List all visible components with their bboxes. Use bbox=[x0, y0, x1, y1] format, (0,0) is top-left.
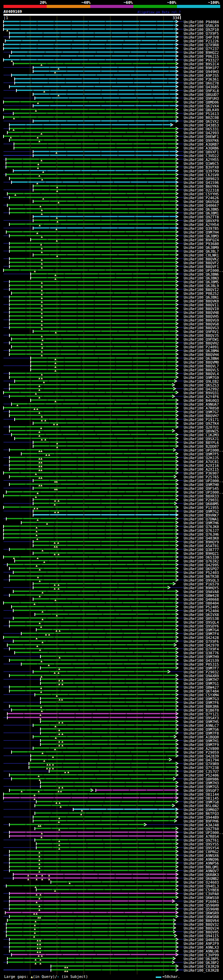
subject-id-label[interactable]: UniRef100_Q09023 bbox=[184, 177, 219, 180]
subject-id-label[interactable]: UniRef100_Q43853 bbox=[184, 123, 219, 127]
subject-id-label[interactable]: UniRef100_A9NQ96 bbox=[184, 858, 219, 861]
alignment-bar[interactable] bbox=[10, 621, 176, 623]
alignment-bar[interactable] bbox=[10, 675, 176, 676]
alignment-bar[interactable] bbox=[10, 319, 176, 321]
subject-id-label[interactable]: UniRef100_Q40668 bbox=[184, 598, 219, 601]
alignment-bar[interactable] bbox=[40, 744, 176, 745]
subject-id-label[interactable]: UniRef100_UPI000.. bbox=[184, 490, 223, 494]
alignment-bar[interactable] bbox=[3, 533, 176, 535]
subject-id-label[interactable]: UniRef100_Q9M7G4 bbox=[184, 628, 219, 632]
subject-id-label[interactable]: UniRef100_Q9ZTT8 bbox=[184, 215, 219, 219]
subject-id-label[interactable]: UniRef100_A9NP56 bbox=[184, 861, 219, 865]
alignment-bar[interactable] bbox=[10, 835, 176, 837]
subject-id-label[interactable]: UniRef100_Q7Y238 bbox=[184, 766, 219, 769]
alignment-bar[interactable] bbox=[35, 839, 176, 841]
subject-id-label[interactable]: UniRef100_B8QVK0 bbox=[184, 299, 219, 303]
subject-id-label[interactable]: UniRef100_P52406 bbox=[184, 773, 219, 777]
subject-id-label[interactable]: UniRef100_B9HQY5 bbox=[184, 586, 219, 590]
alignment-bar[interactable] bbox=[10, 686, 176, 687]
subject-id-label[interactable]: UniRef100_O81144 bbox=[184, 792, 219, 796]
subject-id-label[interactable]: UniRef100_Q941I5 bbox=[184, 934, 219, 938]
subject-id-label[interactable]: UniRef100_Q9M7F6 bbox=[184, 701, 219, 704]
subject-id-label[interactable]: UniRef100_Q6JBN6 bbox=[184, 272, 219, 276]
alignment-bar[interactable] bbox=[6, 935, 174, 936]
alignment-bar[interactable] bbox=[33, 189, 176, 191]
subject-id-label[interactable]: UniRef100_Q9SXJ1 bbox=[184, 437, 219, 441]
alignment-bar[interactable] bbox=[10, 457, 176, 458]
subject-id-label[interactable]: UniRef100_Q6JBM5 bbox=[184, 280, 219, 284]
subject-id-label[interactable]: UniRef100_B8QV05 bbox=[184, 930, 219, 934]
subject-id-label[interactable]: UniRef100_B9VRK7 bbox=[184, 514, 219, 517]
alignment-bar[interactable] bbox=[11, 751, 176, 752]
alignment-bar[interactable] bbox=[33, 120, 176, 122]
alignment-bar[interactable] bbox=[33, 94, 176, 95]
alignment-bar[interactable] bbox=[10, 549, 176, 550]
alignment-bar[interactable] bbox=[3, 602, 176, 603]
alignment-bar[interactable] bbox=[13, 610, 176, 611]
subject-id-label[interactable]: UniRef100_UPI000.. bbox=[184, 269, 223, 272]
subject-id-label[interactable]: UniRef100_Q40838 bbox=[184, 938, 219, 942]
subject-id-label[interactable]: UniRef100_Q596H9 bbox=[184, 904, 219, 907]
alignment-bar[interactable] bbox=[33, 200, 176, 202]
alignment-bar[interactable] bbox=[10, 36, 176, 38]
alignment-bar[interactable] bbox=[10, 353, 176, 355]
subject-id-label[interactable]: UniRef100_Q8GUD7 bbox=[184, 93, 219, 96]
subject-id-label[interactable]: UniRef100_Q39799 bbox=[184, 169, 219, 173]
subject-id-label[interactable]: UniRef100_Q4PJV8 bbox=[184, 35, 219, 39]
subject-id-label[interactable]: UniRef100_P36361 bbox=[184, 78, 219, 81]
subject-id-label[interactable]: UniRef100_Q9LEB2 bbox=[184, 380, 219, 383]
subject-id-label[interactable]: UniRef100_Q688M5 bbox=[184, 502, 219, 506]
alignment-bar[interactable] bbox=[10, 300, 176, 301]
alignment-bar[interactable] bbox=[10, 224, 176, 225]
alignment-bar[interactable] bbox=[7, 564, 176, 565]
subject-id-label[interactable]: UniRef100_B0ZC08 bbox=[184, 116, 219, 119]
subject-id-label[interactable]: UniRef100_B8QVI1 bbox=[184, 303, 219, 307]
alignment-bar[interactable] bbox=[33, 67, 176, 68]
subject-id-label[interactable]: UniRef100_Q1W6C5 bbox=[184, 162, 219, 165]
subject-id-label[interactable]: UniRef100_Q8LK49 bbox=[184, 108, 219, 111]
subject-id-label[interactable]: UniRef100_Q9M6Q7 bbox=[184, 808, 219, 811]
subject-id-label[interactable]: UniRef100_Q9FEW1 bbox=[184, 337, 219, 341]
subject-id-label[interactable]: UniRef100_B8QVI0 bbox=[184, 307, 219, 310]
alignment-bar[interactable] bbox=[10, 774, 176, 776]
subject-id-label[interactable]: UniRef100_A9PJS5 bbox=[184, 74, 219, 77]
alignment-bar[interactable] bbox=[3, 269, 176, 271]
alignment-bar[interactable] bbox=[6, 159, 176, 160]
alignment-bar[interactable] bbox=[10, 411, 176, 412]
alignment-bar[interactable] bbox=[40, 740, 176, 741]
alignment-bar[interactable] bbox=[3, 44, 176, 45]
subject-id-label[interactable]: UniRef100_Q42970 bbox=[184, 643, 219, 647]
subject-id-label[interactable]: UniRef100_Q6QNB2 bbox=[184, 877, 219, 880]
subject-id-label[interactable]: UniRef100_C3VPA0 bbox=[184, 892, 219, 896]
alignment-bar[interactable] bbox=[10, 568, 176, 569]
subject-id-label[interactable]: UniRef100_A9NUA7 bbox=[184, 402, 219, 406]
subject-id-label[interactable]: UniRef100_C5YYH5 bbox=[184, 192, 219, 196]
subject-id-label[interactable]: UniRef100_Q7X9R8 bbox=[184, 43, 219, 46]
subject-id-label[interactable]: UniRef100_Q6WSR9 bbox=[184, 911, 219, 915]
alignment-bar[interactable] bbox=[40, 682, 176, 684]
alignment-bar[interactable] bbox=[10, 648, 176, 649]
alignment-bar[interactable] bbox=[33, 587, 168, 588]
subject-id-label[interactable]: UniRef100_A3QRB7 bbox=[184, 143, 219, 146]
subject-id-label[interactable]: UniRef100_P36907 bbox=[184, 471, 219, 475]
alignment-bar[interactable] bbox=[6, 162, 176, 164]
subject-id-label[interactable]: UniRef100_Q8H986 bbox=[184, 777, 219, 781]
subject-id-label[interactable]: UniRef100_Q9M7G5 bbox=[184, 785, 219, 788]
subject-id-label[interactable]: UniRef100_Q9FRV1 bbox=[184, 330, 219, 333]
subject-id-label[interactable]: UniRef100_B8QVL5 bbox=[184, 368, 219, 372]
subject-id-label[interactable]: UniRef100_A2V800 bbox=[184, 747, 219, 750]
alignment-bar[interactable] bbox=[13, 571, 176, 573]
subject-id-label[interactable]: UniRef100_P52404 bbox=[184, 609, 219, 612]
alignment-bar[interactable] bbox=[35, 828, 176, 829]
subject-id-label[interactable]: UniRef100_P94084 bbox=[184, 20, 219, 24]
alignment-bar[interactable] bbox=[10, 484, 176, 485]
subject-id-label[interactable]: UniRef100_Q8W428 bbox=[184, 594, 219, 597]
alignment-bar[interactable] bbox=[51, 969, 176, 970]
alignment-bar[interactable] bbox=[10, 258, 176, 259]
alignment-bar[interactable] bbox=[30, 357, 176, 359]
subject-id-label[interactable]: UniRef100_P19171 bbox=[184, 418, 219, 422]
subject-id-label[interactable]: UniRef100_C5YXM4 bbox=[184, 693, 219, 697]
alignment-bar[interactable] bbox=[10, 476, 174, 477]
subject-id-label[interactable]: UniRef100_C0JR28 bbox=[184, 969, 219, 972]
subject-id-label[interactable]: UniRef100_Q05538 bbox=[184, 617, 219, 620]
